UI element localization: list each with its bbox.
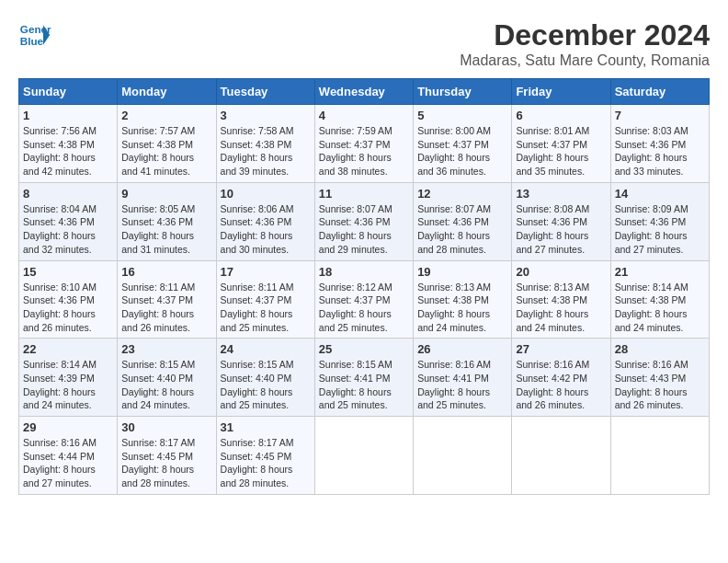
table-row	[512, 417, 610, 495]
day-info: Sunrise: 8:10 AM Sunset: 4:36 PM Dayligh…	[23, 281, 113, 335]
day-info: Sunrise: 8:01 AM Sunset: 4:37 PM Dayligh…	[516, 124, 606, 178]
day-info: Sunrise: 8:16 AM Sunset: 4:44 PM Dayligh…	[23, 436, 113, 490]
day-info: Sunrise: 8:15 AM Sunset: 4:41 PM Dayligh…	[319, 358, 409, 412]
day-number: 4	[319, 109, 409, 122]
table-row: 6Sunrise: 8:01 AM Sunset: 4:37 PM Daylig…	[512, 105, 610, 183]
calendar-header-row: Sunday Monday Tuesday Wednesday Thursday…	[19, 79, 710, 105]
day-info: Sunrise: 8:13 AM Sunset: 4:38 PM Dayligh…	[516, 281, 606, 335]
calendar-week-row: 29Sunrise: 8:16 AM Sunset: 4:44 PM Dayli…	[19, 417, 710, 495]
calendar-table: Sunday Monday Tuesday Wednesday Thursday…	[18, 78, 710, 495]
day-number: 26	[417, 342, 507, 356]
day-number: 20	[516, 265, 606, 279]
day-info: Sunrise: 8:09 AM Sunset: 4:36 PM Dayligh…	[615, 202, 705, 257]
table-row: 11Sunrise: 8:07 AM Sunset: 4:36 PM Dayli…	[314, 182, 413, 260]
day-number: 7	[615, 109, 705, 122]
day-info: Sunrise: 8:12 AM Sunset: 4:37 PM Dayligh…	[319, 281, 409, 335]
day-info: Sunrise: 7:56 AM Sunset: 4:38 PM Dayligh…	[23, 124, 113, 178]
page-title: December 2024	[460, 18, 710, 52]
table-row: 9Sunrise: 8:05 AM Sunset: 4:36 PM Daylig…	[118, 182, 216, 260]
day-info: Sunrise: 8:03 AM Sunset: 4:36 PM Dayligh…	[615, 124, 705, 178]
day-info: Sunrise: 7:58 AM Sunset: 4:38 PM Dayligh…	[221, 124, 311, 178]
table-row: 15Sunrise: 8:10 AM Sunset: 4:36 PM Dayli…	[19, 260, 118, 339]
day-number: 29	[23, 420, 113, 434]
table-row: 16Sunrise: 8:11 AM Sunset: 4:37 PM Dayli…	[118, 260, 216, 339]
day-number: 24	[221, 342, 311, 356]
svg-text:Blue: Blue	[20, 35, 44, 47]
page-header: General Blue December 2024 Madaras, Satu…	[18, 18, 710, 69]
day-info: Sunrise: 8:11 AM Sunset: 4:37 PM Dayligh…	[221, 281, 311, 335]
day-info: Sunrise: 8:11 AM Sunset: 4:37 PM Dayligh…	[121, 281, 211, 335]
header-sunday: Sunday	[19, 79, 118, 105]
table-row: 8Sunrise: 8:04 AM Sunset: 4:36 PM Daylig…	[19, 182, 118, 260]
day-info: Sunrise: 7:59 AM Sunset: 4:37 PM Dayligh…	[319, 124, 409, 178]
day-info: Sunrise: 8:15 AM Sunset: 4:40 PM Dayligh…	[121, 358, 211, 412]
table-row: 3Sunrise: 7:58 AM Sunset: 4:38 PM Daylig…	[216, 105, 314, 183]
header-wednesday: Wednesday	[314, 79, 413, 105]
day-info: Sunrise: 8:16 AM Sunset: 4:42 PM Dayligh…	[516, 358, 606, 412]
table-row: 27Sunrise: 8:16 AM Sunset: 4:42 PM Dayli…	[512, 339, 610, 417]
day-number: 12	[417, 187, 507, 201]
day-info: Sunrise: 8:16 AM Sunset: 4:43 PM Dayligh…	[615, 358, 705, 412]
table-row: 25Sunrise: 8:15 AM Sunset: 4:41 PM Dayli…	[314, 339, 413, 417]
day-number: 6	[516, 109, 606, 122]
day-number: 27	[516, 342, 606, 356]
day-info: Sunrise: 8:17 AM Sunset: 4:45 PM Dayligh…	[121, 436, 211, 490]
day-number: 22	[23, 342, 113, 356]
table-row: 10Sunrise: 8:06 AM Sunset: 4:36 PM Dayli…	[216, 182, 314, 260]
table-row: 7Sunrise: 8:03 AM Sunset: 4:36 PM Daylig…	[610, 105, 709, 183]
calendar-week-row: 15Sunrise: 8:10 AM Sunset: 4:36 PM Dayli…	[19, 260, 710, 339]
header-tuesday: Tuesday	[216, 79, 314, 105]
day-info: Sunrise: 8:00 AM Sunset: 4:37 PM Dayligh…	[417, 124, 507, 178]
day-number: 14	[615, 187, 705, 201]
table-row: 19Sunrise: 8:13 AM Sunset: 4:38 PM Dayli…	[414, 260, 512, 339]
table-row: 28Sunrise: 8:16 AM Sunset: 4:43 PM Dayli…	[610, 339, 709, 417]
day-info: Sunrise: 8:07 AM Sunset: 4:36 PM Dayligh…	[319, 202, 409, 257]
table-row: 31Sunrise: 8:17 AM Sunset: 4:45 PM Dayli…	[216, 417, 314, 495]
day-number: 30	[121, 420, 211, 434]
day-number: 31	[221, 420, 311, 434]
day-number: 21	[615, 265, 705, 279]
day-number: 23	[121, 342, 211, 356]
day-info: Sunrise: 8:05 AM Sunset: 4:36 PM Dayligh…	[121, 202, 211, 257]
day-number: 17	[221, 265, 311, 279]
day-info: Sunrise: 8:06 AM Sunset: 4:36 PM Dayligh…	[221, 202, 311, 257]
day-number: 16	[121, 265, 211, 279]
table-row: 29Sunrise: 8:16 AM Sunset: 4:44 PM Dayli…	[19, 417, 118, 495]
day-number: 5	[417, 109, 507, 122]
calendar-week-row: 22Sunrise: 8:14 AM Sunset: 4:39 PM Dayli…	[19, 339, 710, 417]
table-row: 18Sunrise: 8:12 AM Sunset: 4:37 PM Dayli…	[314, 260, 413, 339]
table-row: 1Sunrise: 7:56 AM Sunset: 4:38 PM Daylig…	[19, 105, 118, 183]
day-number: 2	[121, 109, 211, 122]
table-row: 2Sunrise: 7:57 AM Sunset: 4:38 PM Daylig…	[118, 105, 216, 183]
day-number: 1	[23, 109, 113, 122]
day-number: 11	[319, 187, 409, 201]
table-row	[414, 417, 512, 495]
table-row: 30Sunrise: 8:17 AM Sunset: 4:45 PM Dayli…	[118, 417, 216, 495]
table-row: 14Sunrise: 8:09 AM Sunset: 4:36 PM Dayli…	[610, 182, 709, 260]
day-number: 3	[221, 109, 311, 122]
table-row: 26Sunrise: 8:16 AM Sunset: 4:41 PM Dayli…	[414, 339, 512, 417]
logo-icon: General Blue	[18, 18, 51, 52]
table-row: 24Sunrise: 8:15 AM Sunset: 4:40 PM Dayli…	[216, 339, 314, 417]
calendar-week-row: 8Sunrise: 8:04 AM Sunset: 4:36 PM Daylig…	[19, 182, 710, 260]
day-number: 19	[417, 265, 507, 279]
table-row	[314, 417, 413, 495]
calendar-week-row: 1Sunrise: 7:56 AM Sunset: 4:38 PM Daylig…	[19, 105, 710, 183]
day-info: Sunrise: 8:07 AM Sunset: 4:36 PM Dayligh…	[417, 202, 507, 257]
logo: General Blue	[18, 18, 51, 52]
header-thursday: Thursday	[414, 79, 512, 105]
day-number: 25	[319, 342, 409, 356]
table-row: 22Sunrise: 8:14 AM Sunset: 4:39 PM Dayli…	[19, 339, 118, 417]
header-saturday: Saturday	[610, 79, 709, 105]
table-row: 23Sunrise: 8:15 AM Sunset: 4:40 PM Dayli…	[118, 339, 216, 417]
day-number: 18	[319, 265, 409, 279]
day-info: Sunrise: 8:17 AM Sunset: 4:45 PM Dayligh…	[221, 436, 311, 490]
page-subtitle: Madaras, Satu Mare County, Romania	[460, 52, 710, 69]
day-info: Sunrise: 8:13 AM Sunset: 4:38 PM Dayligh…	[417, 281, 507, 335]
day-number: 8	[23, 187, 113, 201]
day-info: Sunrise: 7:57 AM Sunset: 4:38 PM Dayligh…	[121, 124, 211, 178]
header-monday: Monday	[118, 79, 216, 105]
day-info: Sunrise: 8:14 AM Sunset: 4:39 PM Dayligh…	[23, 358, 113, 412]
table-row: 5Sunrise: 8:00 AM Sunset: 4:37 PM Daylig…	[414, 105, 512, 183]
table-row	[610, 417, 709, 495]
